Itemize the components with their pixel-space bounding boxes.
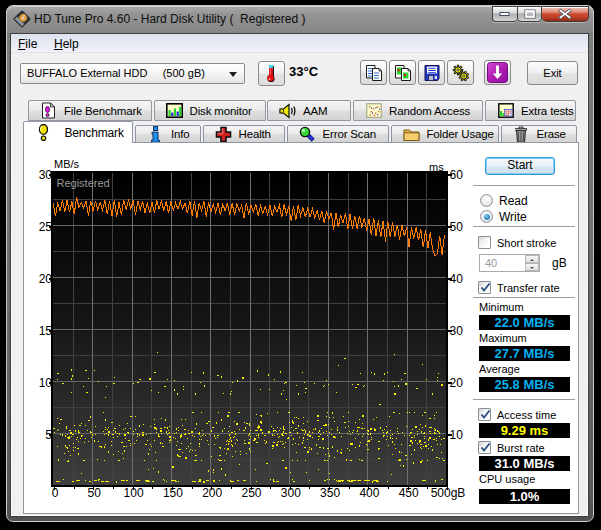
axis-tick — [309, 487, 310, 489]
short-stroke-label: Short stroke — [497, 237, 556, 249]
axis-tick — [49, 174, 53, 176]
tab-erase[interactable]: Erase — [501, 125, 578, 143]
benchmark-plot: Registered — [51, 171, 448, 488]
copy-image-button[interactable] — [389, 60, 416, 85]
options-button[interactable] — [447, 60, 474, 85]
client-area: File Help BUFFALO External HDD (500 gB) … — [10, 33, 589, 517]
tab-health[interactable]: Health — [203, 125, 285, 143]
axis-tick — [448, 226, 452, 228]
separator — [473, 185, 575, 187]
tab-error-scan[interactable]: Error Scan — [287, 125, 389, 143]
axis-tick — [152, 487, 153, 489]
extra-tests-icon — [497, 102, 514, 119]
download-arrow-icon — [487, 62, 508, 83]
window-controls — [492, 6, 589, 22]
gears-icon — [452, 64, 470, 82]
transfer-rate-label: Transfer rate — [497, 282, 560, 294]
benchmark-page: MB/s ms Registered — [23, 142, 579, 514]
save-button[interactable] — [418, 60, 445, 85]
tab-label: Extra tests — [521, 105, 574, 117]
tab-label: Health — [239, 128, 271, 140]
tab-random-access[interactable]: Random Access — [353, 100, 483, 121]
maximum-value: 27.7 MB/s — [479, 346, 570, 361]
axis-tick — [93, 487, 94, 490]
axis-tick-label: 450 — [389, 486, 429, 500]
down-arrow-icon — [530, 267, 534, 269]
axis-tick-label: 150 — [153, 486, 193, 500]
minimum-value: 22.0 MB/s — [479, 315, 570, 330]
tab-label: Folder Usage — [427, 128, 494, 140]
average-value: 25.8 MB/s — [479, 377, 570, 392]
axis-tick — [74, 487, 75, 489]
transfer-rate-checkbox[interactable] — [478, 281, 491, 294]
write-radio[interactable] — [480, 210, 493, 223]
access-time-value: 9.29 ms — [479, 423, 570, 438]
minimize-button[interactable] — [492, 6, 517, 22]
temperature-button[interactable] — [258, 61, 285, 86]
close-button[interactable] — [542, 6, 589, 22]
tab-aam[interactable]: AAM — [267, 100, 351, 121]
drive-select-dropdown[interactable]: BUFFALO External HDD (500 gB) — [20, 63, 245, 84]
axis-tick — [251, 487, 252, 490]
copy-text-button[interactable] — [360, 60, 387, 85]
tab-label: Benchmark — [64, 126, 123, 140]
axis-tick — [211, 487, 212, 490]
read-label: Read — [499, 194, 528, 208]
check-icon — [479, 441, 492, 454]
access-time-label: Access time — [497, 409, 556, 421]
close-icon — [558, 8, 573, 20]
access-time-checkbox[interactable] — [478, 408, 491, 421]
axis-tick — [49, 434, 53, 436]
maximize-button[interactable] — [517, 6, 542, 22]
separator — [473, 399, 575, 401]
axis-tick — [49, 226, 53, 228]
check-icon — [479, 408, 492, 421]
tab-disk-monitor[interactable]: Disk monitor — [154, 100, 266, 121]
copy-image-icon — [394, 64, 412, 82]
title-bar[interactable]: HD Tune Pro 4.60 - Hard Disk Utility ( R… — [7, 6, 593, 34]
speaker-icon — [279, 102, 296, 119]
axis-tick-label: 0 — [35, 486, 75, 500]
spinner-down-button[interactable] — [525, 263, 539, 271]
menu-help[interactable]: Help — [54, 37, 79, 51]
start-button[interactable]: Start — [485, 157, 555, 175]
short-stroke-checkbox[interactable] — [478, 236, 491, 249]
capacity-spinner[interactable]: 40 — [479, 254, 540, 272]
capacity-value: 40 — [485, 257, 497, 269]
axis-tick-label: 500gB — [428, 486, 468, 500]
menu-file[interactable]: File — [18, 37, 37, 51]
cpu-usage-value: 1.0% — [479, 489, 570, 504]
tab-folder-usage[interactable]: Folder Usage — [391, 125, 499, 143]
tab-file-benchmark[interactable]: File Benchmark — [28, 100, 152, 121]
plot-canvas: Registered — [53, 173, 446, 486]
axis-tick — [447, 487, 448, 490]
axis-tick-label: 250 — [232, 486, 272, 500]
axis-tick-label: 350 — [310, 486, 350, 500]
axis-tick — [448, 330, 452, 332]
file-benchmark-icon — [40, 102, 57, 119]
tab-extra-tests[interactable]: Extra tests — [485, 100, 576, 121]
burst-rate-value: 31.0 MB/s — [479, 456, 570, 471]
burst-rate-checkbox[interactable] — [478, 441, 491, 454]
exit-button[interactable]: Exit — [527, 61, 578, 85]
axis-tick — [448, 434, 452, 436]
start-label: Start — [507, 158, 532, 172]
read-radio[interactable] — [480, 194, 493, 207]
folder-icon — [403, 126, 420, 143]
axis-tick — [448, 382, 452, 384]
spinner-up-button[interactable] — [525, 255, 539, 263]
drive-select-value: BUFFALO External HDD (500 gB) — [27, 67, 205, 79]
axis-tick — [49, 382, 53, 384]
registered-watermark: Registered — [57, 176, 110, 188]
separator — [473, 297, 575, 299]
thermometer-icon — [263, 64, 280, 83]
menu-bar: File Help — [11, 34, 588, 53]
axis-tick — [54, 487, 55, 490]
axis-tick — [408, 487, 409, 490]
tab-label: Disk monitor — [190, 105, 252, 117]
update-check-button[interactable] — [484, 60, 511, 85]
tab-benchmark[interactable]: Benchmark — [23, 121, 133, 143]
tab-info[interactable]: Info — [135, 125, 201, 143]
axis-tick — [388, 487, 389, 489]
dropdown-arrow-icon — [229, 72, 237, 77]
